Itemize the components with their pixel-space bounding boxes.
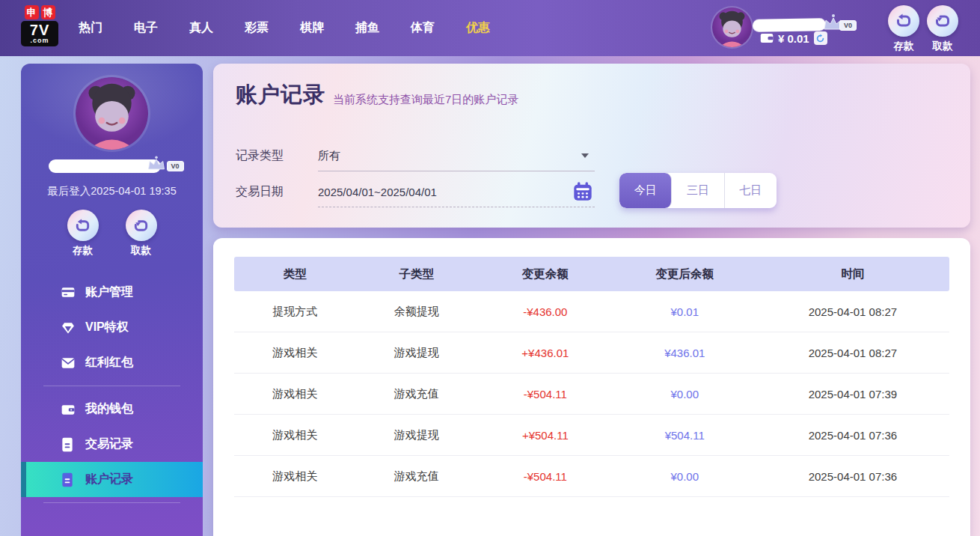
date-range-button-group: 今日 三日 七日 xyxy=(619,173,777,208)
sidebar-item-label: VIP特权 xyxy=(85,320,129,335)
cell-type: 游戏相关 xyxy=(234,428,356,442)
deposit-label: 存款 xyxy=(884,40,923,53)
refresh-balance-icon[interactable] xyxy=(814,31,827,45)
red-packet-icon xyxy=(61,356,76,371)
wallet-icon xyxy=(61,402,76,417)
range-button-three-days[interactable]: 三日 xyxy=(672,173,724,208)
balance-area: ¥ 0.01 xyxy=(760,31,827,46)
sidebar-withdraw-button[interactable]: 取款 xyxy=(122,210,161,258)
transaction-date-filter-row: 交易日期 2025/04/01~2025/04/01 xyxy=(236,177,946,207)
deposit-circle xyxy=(888,5,919,37)
cell-change: +¥436.01 xyxy=(477,347,613,359)
cell-type: 游戏相关 xyxy=(234,387,356,401)
sidebar-vip-crown-icon xyxy=(146,155,167,174)
chevron-down-icon xyxy=(581,153,589,158)
top-bar: 申 博 7V .com 热门 电子 真人 彩票 棋牌 捕鱼 体育 优惠 xyxy=(0,0,980,56)
record-type-label: 记录类型 xyxy=(236,141,284,171)
sidebar-item-my-wallet[interactable]: 我的钱包 xyxy=(21,392,203,427)
table-row: 游戏相关 游戏提现 +¥504.11 ¥504.11 2025-04-01 07… xyxy=(234,415,949,456)
cell-change: -¥436.00 xyxy=(477,305,613,318)
nav-item-cards[interactable]: 棋牌 xyxy=(284,20,340,36)
sidebar-actions: 存款 取款 xyxy=(21,210,203,258)
table-row: 游戏相关 游戏提现 +¥436.01 ¥436.01 2025-04-01 08… xyxy=(234,332,949,374)
col-header-subtype: 子类型 xyxy=(356,267,478,282)
col-header-change: 变更余额 xyxy=(477,267,613,282)
logo-badge-2: 博 xyxy=(41,5,55,19)
cell-time: 2025-04-01 07:36 xyxy=(756,429,949,442)
nav-item-hot[interactable]: 热门 xyxy=(63,20,118,36)
nav-item-sports[interactable]: 体育 xyxy=(395,20,450,36)
withdraw-circle xyxy=(927,5,958,37)
cell-subtype: 游戏充值 xyxy=(356,387,478,401)
bank-card-icon xyxy=(61,285,76,300)
cell-time: 2025-04-01 07:36 xyxy=(756,470,949,483)
title-row: 账户记录 当前系统支持查询最近7日的账户记录 xyxy=(236,80,518,110)
sidebar-username-redacted xyxy=(49,159,161,173)
logo-box: 7V .com xyxy=(21,21,58,46)
vip-level-badge: V0 xyxy=(839,20,857,31)
sidebar-avatar-image xyxy=(76,77,148,150)
sidebar-withdraw-arrow-icon xyxy=(132,217,150,234)
range-button-seven-days[interactable]: 七日 xyxy=(725,173,777,208)
sidebar-avatar xyxy=(76,77,148,150)
page-subtitle: 当前系统支持查询最近7日的账户记录 xyxy=(333,93,518,110)
cell-subtype: 游戏充值 xyxy=(356,469,478,484)
transaction-date-label: 交易日期 xyxy=(236,177,284,207)
sidebar-deposit-label: 存款 xyxy=(64,244,102,258)
sidebar-item-account-management[interactable]: 账户管理 xyxy=(21,275,203,310)
sidebar-item-transaction-records[interactable]: 交易记录 xyxy=(21,427,203,462)
sidebar-username-area: V0 xyxy=(49,158,176,174)
nav-item-live[interactable]: 真人 xyxy=(174,20,229,36)
cell-change: -¥504.11 xyxy=(477,470,613,483)
cell-after-balance: ¥0.01 xyxy=(613,305,756,318)
cell-type: 游戏相关 xyxy=(234,346,356,360)
logo-badge-1: 申 xyxy=(25,5,39,19)
sidebar-deposit-circle xyxy=(67,210,99,241)
transaction-date-input[interactable]: 2025/04/01~2025/04/01 xyxy=(318,177,595,207)
withdraw-arrow-icon xyxy=(934,12,952,30)
sidebar-deposit-button[interactable]: 存款 xyxy=(64,210,102,258)
sidebar-item-red-packet[interactable]: 红利红包 xyxy=(21,345,203,380)
cell-after-balance: ¥0.00 xyxy=(613,388,756,401)
transaction-doc-icon xyxy=(61,437,76,452)
calendar-icon[interactable] xyxy=(572,181,593,204)
cell-change: +¥504.11 xyxy=(477,429,613,442)
cell-after-balance: ¥436.01 xyxy=(613,347,756,359)
cell-time: 2025-04-01 08:27 xyxy=(756,305,949,318)
withdraw-button[interactable]: 取款 xyxy=(923,5,962,53)
deposit-button[interactable]: 存款 xyxy=(884,5,923,53)
cell-subtype: 游戏提现 xyxy=(356,346,478,360)
nav-item-fishing[interactable]: 捕鱼 xyxy=(340,20,395,36)
sidebar-item-label: 账户管理 xyxy=(85,284,133,300)
sidebar-item-label: 账户记录 xyxy=(85,472,133,487)
sidebar-vip-level-badge: V0 xyxy=(167,161,184,171)
table-row: 游戏相关 游戏充值 -¥504.11 ¥0.00 2025-04-01 07:3… xyxy=(234,374,949,415)
col-header-after: 变更后余额 xyxy=(613,267,756,282)
menu-divider xyxy=(43,502,180,503)
table-row: 提现方式 余额提现 -¥436.00 ¥0.01 2025-04-01 08:2… xyxy=(234,291,949,332)
withdraw-label: 取款 xyxy=(923,40,962,53)
avatar-image xyxy=(712,7,752,47)
col-header-type: 类型 xyxy=(234,267,356,282)
range-button-today[interactable]: 今日 xyxy=(619,173,672,208)
logo-brand: 7V xyxy=(21,22,58,37)
cell-time: 2025-04-01 07:39 xyxy=(756,388,949,401)
table-row: 游戏相关 游戏充值 -¥504.11 ¥0.00 2025-04-01 07:3… xyxy=(234,456,949,497)
site-logo[interactable]: 申 博 7V .com xyxy=(21,5,58,46)
record-type-select[interactable]: 所有 xyxy=(318,141,595,171)
nav-item-slots[interactable]: 电子 xyxy=(118,20,174,36)
col-header-time: 时间 xyxy=(756,267,949,282)
sidebar-item-account-records[interactable]: 账户记录 xyxy=(21,462,203,497)
sidebar-item-vip-privileges[interactable]: VIP特权 xyxy=(21,310,203,345)
avatar[interactable] xyxy=(712,7,752,47)
cell-time: 2025-04-01 08:27 xyxy=(756,347,949,359)
transaction-date-value: 2025/04/01~2025/04/01 xyxy=(318,186,437,198)
nav-item-promos[interactable]: 优惠 xyxy=(450,20,506,36)
deposit-arrow-icon xyxy=(895,12,913,30)
logo-suffix: .com xyxy=(21,37,58,44)
wallet-icon xyxy=(760,33,774,43)
cell-type: 提现方式 xyxy=(234,305,356,319)
cell-type: 游戏相关 xyxy=(234,469,356,484)
nav-item-lottery[interactable]: 彩票 xyxy=(229,20,284,36)
account-records-header-card: 账户记录 当前系统支持查询最近7日的账户记录 记录类型 所有 交易日期 2025… xyxy=(213,64,970,228)
